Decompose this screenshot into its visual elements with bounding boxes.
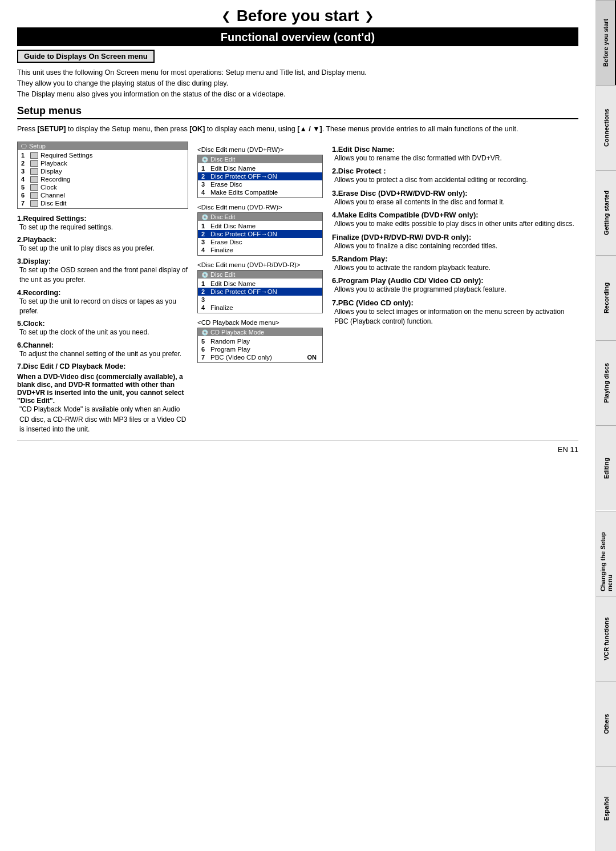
middle-column: <Disc Edit menu (DVD+RW)> 💿 Disc Edit 1 …: [197, 142, 323, 434]
side-tab-recording[interactable]: Recording: [596, 255, 616, 340]
right-item-7-text: Allows you to select images or informati…: [334, 307, 578, 327]
disc-edit-dvdr-item-2: 2 Disc Protect OFF→ON: [198, 288, 322, 296]
side-tab-getting-started[interactable]: Getting started: [596, 170, 616, 255]
page-number: EN 11: [558, 445, 578, 454]
setup-menu-item-3: 3 Display: [18, 167, 188, 175]
setup-item-label-4: Recording: [40, 176, 70, 183]
side-tab-connections[interactable]: Connections: [596, 85, 616, 170]
cd-playback-item-7: 7 PBC (Video CD only) ON: [198, 353, 322, 361]
setup-menu-item-4: 4 Recording: [18, 175, 188, 183]
left-item-2-text: To set up the unit to play discs as you …: [19, 244, 188, 253]
disc-edit-dvdrwplus-item-3: 3 Erase Disc: [198, 180, 322, 188]
right-item-2-heading: 2.Disc Protect :: [332, 167, 578, 175]
setup-item-label-2: Playback: [40, 160, 67, 167]
right-item-2-text: Allows you to protect a disc from accide…: [334, 175, 578, 185]
disc-edit-dvdrw-caption: <Disc Edit menu (DVD-RW)>: [197, 204, 323, 211]
side-tab-others[interactable]: Others: [596, 681, 616, 766]
required-settings-icon: [30, 152, 38, 159]
right-column: 1.Edit Disc Name: Allows you to rename t…: [332, 142, 578, 434]
cd-playback-title: 💿 CD Playback Mode: [198, 328, 322, 336]
setup-item-label-7: Disc Edit: [40, 200, 66, 207]
disc-edit-dvdrwplus-item-4: 4 Make Edits Compatible: [198, 188, 322, 196]
disc-edit-dvdr-item-4: 4 Finalize: [198, 304, 322, 312]
left-item-1-text: To set up the required settings.: [19, 223, 188, 232]
right-item-6-text: Allows you to activate the programmed pl…: [334, 285, 578, 295]
setup-menu-item-5: 5 Clock: [18, 183, 188, 191]
disc-edit-dvdrw-item-1: 1 Edit Disc Name: [198, 222, 322, 230]
intro-line-3: The Display menu also gives you informat…: [17, 89, 578, 100]
setup-intro: Press [SETUP] to display the Setup menu,…: [17, 124, 578, 135]
setup-item-label-6: Channel: [40, 192, 65, 199]
right-item-4-text: Allows you to make edits possible to pla…: [334, 219, 578, 229]
disc-edit-dvdrw-item-2: 2 Disc Protect OFF→ON: [198, 230, 322, 238]
disc-edit-dvdrwplus-item-1: 1 Edit Disc Name: [198, 164, 322, 172]
side-tab-playing-discs[interactable]: Playing discs: [596, 340, 616, 425]
right-item-6-heading: 6.Program Play (Audio CD/ Video CD only)…: [332, 276, 578, 285]
right-item-3-heading: 3.Erase Disc (DVD+RW/DVD-RW only):: [332, 189, 578, 197]
setup-menus-heading: Setup menus: [17, 105, 578, 119]
main-content: ❮ Before you start ❯ Functional overview…: [0, 0, 595, 465]
disc-edit-dvdrw-item-4: 4 Finalize: [198, 246, 322, 254]
disc-edit-dvdrw-plus-items: 1 Edit Disc Name 2 Disc Protect OFF→ON 3…: [198, 163, 322, 197]
page-title: Before you start: [237, 7, 359, 25]
right-item-5-heading: 5.Random Play:: [332, 255, 578, 263]
right-item-1-text: Allows you to rename the disc formatted …: [334, 154, 578, 163]
disc-edit-dvdrw-title: 💿 Disc Edit: [198, 213, 322, 221]
cd-playback-item-5: 5 Random Play: [198, 337, 322, 345]
cd-playback-caption: <CD Playback Mode menu>: [197, 319, 323, 326]
playback-icon: [30, 160, 38, 167]
disc-edit-dvdrw-plus-title: 💿 Disc Edit: [198, 155, 322, 163]
setup-menu-box: 🖵 Setup 1 Required Settings 2 Playback: [17, 142, 188, 209]
setup-menu-icon: 🖵: [21, 143, 27, 150]
disc-edit-dvdr-item-3: 3: [198, 296, 322, 304]
disc-edit-dvdrw-icon: 💿: [201, 214, 208, 220]
left-item-5-text: To set up the clock of the unit as you n…: [19, 328, 188, 337]
left-column: 🖵 Setup 1 Required Settings 2 Playback: [17, 142, 188, 434]
left-item-7-subheading: When a DVD-Video disc (commercially avai…: [17, 373, 188, 405]
disc-edit-dvdrw-item-3: 3 Erase Disc: [198, 238, 322, 246]
right-item-3-text: Allows you to erase all contents in the …: [334, 197, 578, 207]
setup-menu-item-6: 6 Channel: [18, 191, 188, 199]
pbc-value: ON: [307, 354, 317, 361]
clock-icon: [30, 184, 38, 191]
side-tab-espanol[interactable]: Español: [596, 766, 616, 851]
cd-playback-icon: 💿: [201, 329, 208, 336]
setup-menu-item-7: 7 Disc Edit: [18, 199, 188, 207]
setup-item-label-5: Clock: [40, 184, 57, 191]
left-item-1-heading: 1.Required Settings:: [17, 215, 188, 223]
disc-edit-dvdr-items: 1 Edit Disc Name 2 Disc Protect OFF→ON 3…: [198, 279, 322, 313]
disc-edit-dvdr-title-label: Disc Edit: [210, 271, 235, 278]
recording-icon: [30, 176, 38, 183]
left-item-5-heading: 5.Clock:: [17, 320, 188, 328]
disc-edit-dvdrwplus-item-2: 2 Disc Protect OFF→ON: [198, 172, 322, 180]
left-item-7-text: "CD Playback Mode" is available only whe…: [19, 405, 188, 434]
setup-menu-item-2: 2 Playback: [18, 159, 188, 167]
setup-menu-items: 1 Required Settings 2 Playback 3 Display: [18, 150, 188, 208]
cd-playback-box: 💿 CD Playback Mode 5 Random Play 6 Progr…: [197, 328, 323, 363]
right-item-finalize-heading: Finalize (DVD+R/DVD-RW/ DVD-R only):: [332, 233, 578, 241]
right-item-5-text: Allows you to activate the random playba…: [334, 263, 578, 273]
side-tab-before-you-start[interactable]: Before you start: [596, 0, 616, 85]
disc-edit-dvdrw-plus-caption: <Disc Edit menu (DVD+RW)>: [197, 146, 323, 153]
disc-edit-dvdrw-plus-icon: 💿: [201, 156, 208, 163]
page-footer: EN 11: [17, 440, 578, 454]
setup-item-label-1: Required Settings: [40, 152, 92, 159]
left-item-6-heading: 6.Channel:: [17, 341, 188, 349]
side-tab-editing[interactable]: Editing: [596, 425, 616, 510]
setup-menu-title-label: Setup: [29, 143, 46, 150]
cd-playback-title-label: CD Playback Mode: [210, 329, 264, 336]
page-title-container: ❮ Before you start ❯: [17, 0, 578, 29]
side-tabs: Before you start Connections Getting sta…: [595, 0, 616, 851]
side-tab-setup-menu[interactable]: Changing the Setup menu: [596, 511, 616, 596]
disc-edit-dvdrw-box: 💿 Disc Edit 1 Edit Disc Name 2 Disc Prot…: [197, 212, 323, 256]
cd-playback-item-6: 6 Program Play: [198, 345, 322, 353]
right-item-1-heading: 1.Edit Disc Name:: [332, 145, 578, 154]
channel-icon: [30, 192, 38, 199]
setup-menu-item-1: 1 Required Settings: [18, 151, 188, 159]
disc-edit-dvdrw-plus-title-label: Disc Edit: [210, 156, 235, 163]
title-arrow-left: ❮: [221, 9, 231, 23]
display-icon: [30, 168, 38, 175]
intro-line-2: They allow you to change the playing sta…: [17, 78, 578, 89]
side-tab-vcr-functions[interactable]: VCR functions: [596, 596, 616, 681]
disc-edit-dvdr-icon: 💿: [201, 272, 208, 278]
